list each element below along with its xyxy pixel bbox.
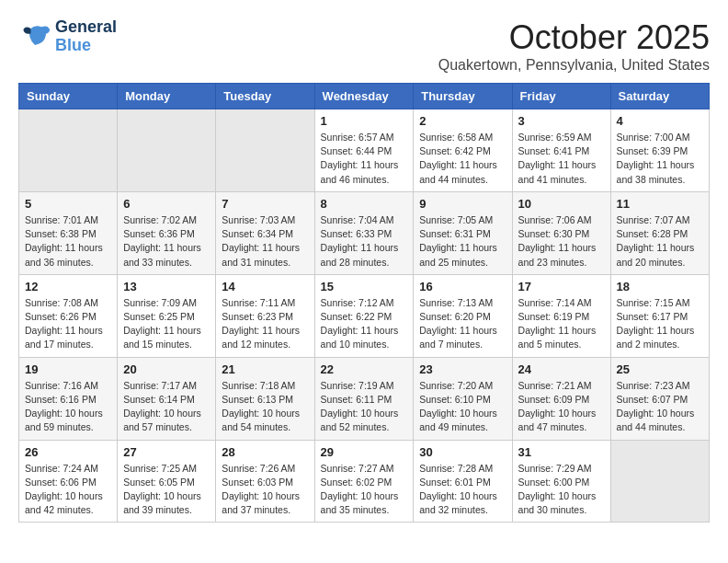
calendar-cell: 17Sunrise: 7:14 AM Sunset: 6:19 PM Dayli… bbox=[512, 274, 610, 357]
day-number: 4 bbox=[617, 114, 703, 128]
day-info: Sunrise: 6:57 AM Sunset: 6:44 PM Dayligh… bbox=[321, 131, 408, 187]
day-number: 13 bbox=[123, 280, 210, 293]
calendar-cell: 25Sunrise: 7:23 AM Sunset: 6:07 PM Dayli… bbox=[610, 357, 709, 440]
calendar-cell: 11Sunrise: 7:07 AM Sunset: 6:28 PM Dayli… bbox=[610, 191, 709, 274]
title-block: October 2025 Quakertown, Pennsylvania, U… bbox=[438, 18, 710, 74]
calendar-cell: 15Sunrise: 7:12 AM Sunset: 6:22 PM Dayli… bbox=[314, 274, 414, 357]
day-number: 2 bbox=[419, 114, 506, 128]
day-info: Sunrise: 7:27 AM Sunset: 6:02 PM Dayligh… bbox=[321, 462, 408, 518]
logo-general: General bbox=[55, 18, 117, 37]
calendar-cell: 16Sunrise: 7:13 AM Sunset: 6:20 PM Dayli… bbox=[414, 274, 512, 357]
day-number: 5 bbox=[25, 197, 111, 211]
day-number: 28 bbox=[222, 445, 308, 459]
day-info: Sunrise: 7:23 AM Sunset: 6:07 PM Dayligh… bbox=[617, 379, 703, 435]
col-thursday: Thursday bbox=[414, 84, 512, 109]
day-number: 26 bbox=[25, 445, 111, 459]
calendar-cell: 3Sunrise: 6:59 AM Sunset: 6:41 PM Daylig… bbox=[512, 109, 610, 192]
day-info: Sunrise: 7:17 AM Sunset: 6:14 PM Dayligh… bbox=[123, 379, 210, 435]
day-number: 14 bbox=[222, 280, 308, 293]
col-wednesday: Wednesday bbox=[314, 84, 414, 109]
logo: General Blue bbox=[18, 18, 117, 55]
day-info: Sunrise: 7:18 AM Sunset: 6:13 PM Dayligh… bbox=[222, 379, 308, 435]
calendar-cell: 6Sunrise: 7:02 AM Sunset: 6:36 PM Daylig… bbox=[118, 191, 216, 274]
calendar-table: Sunday Monday Tuesday Wednesday Thursday… bbox=[18, 83, 710, 523]
day-number: 17 bbox=[518, 280, 605, 293]
day-info: Sunrise: 6:58 AM Sunset: 6:42 PM Dayligh… bbox=[419, 131, 506, 187]
calendar-cell: 24Sunrise: 7:21 AM Sunset: 6:09 PM Dayli… bbox=[512, 357, 610, 440]
day-info: Sunrise: 7:11 AM Sunset: 6:23 PM Dayligh… bbox=[222, 296, 308, 352]
logo-blue: Blue bbox=[55, 37, 117, 55]
day-number: 23 bbox=[419, 362, 506, 376]
day-info: Sunrise: 7:21 AM Sunset: 6:09 PM Dayligh… bbox=[518, 379, 605, 435]
day-info: Sunrise: 7:07 AM Sunset: 6:28 PM Dayligh… bbox=[617, 213, 703, 270]
day-number: 3 bbox=[518, 114, 605, 128]
day-number: 31 bbox=[518, 445, 605, 459]
calendar-cell: 31Sunrise: 7:29 AM Sunset: 6:00 PM Dayli… bbox=[512, 440, 610, 523]
day-info: Sunrise: 7:16 AM Sunset: 6:16 PM Dayligh… bbox=[25, 379, 111, 435]
day-info: Sunrise: 7:12 AM Sunset: 6:22 PM Dayligh… bbox=[321, 296, 408, 352]
calendar-week-1: 1Sunrise: 6:57 AM Sunset: 6:44 PM Daylig… bbox=[19, 109, 710, 192]
calendar-cell: 2Sunrise: 6:58 AM Sunset: 6:42 PM Daylig… bbox=[414, 109, 512, 192]
day-info: Sunrise: 7:06 AM Sunset: 6:30 PM Dayligh… bbox=[518, 213, 605, 270]
day-info: Sunrise: 7:29 AM Sunset: 6:00 PM Dayligh… bbox=[518, 462, 605, 518]
day-info: Sunrise: 7:19 AM Sunset: 6:11 PM Dayligh… bbox=[321, 379, 408, 435]
day-number: 29 bbox=[321, 445, 408, 459]
calendar-header-row: Sunday Monday Tuesday Wednesday Thursday… bbox=[19, 84, 710, 109]
calendar-cell: 4Sunrise: 7:00 AM Sunset: 6:39 PM Daylig… bbox=[610, 109, 709, 192]
day-info: Sunrise: 7:09 AM Sunset: 6:25 PM Dayligh… bbox=[123, 296, 210, 352]
logo-text: General Blue bbox=[55, 18, 117, 55]
calendar-week-2: 5Sunrise: 7:01 AM Sunset: 6:38 PM Daylig… bbox=[19, 191, 710, 274]
calendar-week-3: 12Sunrise: 7:08 AM Sunset: 6:26 PM Dayli… bbox=[19, 274, 710, 357]
day-number: 12 bbox=[25, 280, 111, 293]
calendar-cell: 19Sunrise: 7:16 AM Sunset: 6:16 PM Dayli… bbox=[19, 357, 118, 440]
day-number: 27 bbox=[123, 445, 210, 459]
day-info: Sunrise: 7:20 AM Sunset: 6:10 PM Dayligh… bbox=[419, 379, 506, 435]
day-info: Sunrise: 7:00 AM Sunset: 6:39 PM Dayligh… bbox=[617, 131, 703, 187]
day-number: 10 bbox=[518, 197, 605, 211]
day-info: Sunrise: 7:02 AM Sunset: 6:36 PM Dayligh… bbox=[123, 213, 210, 270]
calendar-cell bbox=[118, 109, 216, 192]
calendar-cell: 7Sunrise: 7:03 AM Sunset: 6:34 PM Daylig… bbox=[216, 191, 314, 274]
calendar-cell: 28Sunrise: 7:26 AM Sunset: 6:03 PM Dayli… bbox=[216, 440, 314, 523]
calendar-cell: 21Sunrise: 7:18 AM Sunset: 6:13 PM Dayli… bbox=[216, 357, 314, 440]
day-info: Sunrise: 7:24 AM Sunset: 6:06 PM Dayligh… bbox=[25, 462, 111, 518]
calendar-cell: 27Sunrise: 7:25 AM Sunset: 6:05 PM Dayli… bbox=[118, 440, 216, 523]
day-info: Sunrise: 7:05 AM Sunset: 6:31 PM Dayligh… bbox=[419, 213, 506, 270]
calendar-cell: 18Sunrise: 7:15 AM Sunset: 6:17 PM Dayli… bbox=[610, 274, 709, 357]
day-info: Sunrise: 7:14 AM Sunset: 6:19 PM Dayligh… bbox=[518, 296, 605, 352]
day-number: 20 bbox=[123, 362, 210, 376]
calendar-cell: 5Sunrise: 7:01 AM Sunset: 6:38 PM Daylig… bbox=[19, 191, 118, 274]
calendar-cell: 13Sunrise: 7:09 AM Sunset: 6:25 PM Dayli… bbox=[118, 274, 216, 357]
calendar-cell bbox=[216, 109, 314, 192]
calendar-cell bbox=[610, 440, 709, 523]
day-number: 18 bbox=[617, 280, 703, 293]
day-info: Sunrise: 6:59 AM Sunset: 6:41 PM Dayligh… bbox=[518, 131, 605, 187]
day-info: Sunrise: 7:13 AM Sunset: 6:20 PM Dayligh… bbox=[419, 296, 506, 352]
calendar-cell: 23Sunrise: 7:20 AM Sunset: 6:10 PM Dayli… bbox=[414, 357, 512, 440]
calendar-cell: 22Sunrise: 7:19 AM Sunset: 6:11 PM Dayli… bbox=[314, 357, 414, 440]
logo-icon bbox=[18, 20, 51, 53]
calendar-cell: 1Sunrise: 6:57 AM Sunset: 6:44 PM Daylig… bbox=[314, 109, 414, 192]
day-number: 8 bbox=[321, 197, 408, 211]
col-sunday: Sunday bbox=[19, 84, 118, 109]
day-number: 7 bbox=[222, 197, 308, 211]
day-info: Sunrise: 7:28 AM Sunset: 6:01 PM Dayligh… bbox=[419, 462, 506, 518]
calendar-cell bbox=[19, 109, 118, 192]
day-info: Sunrise: 7:03 AM Sunset: 6:34 PM Dayligh… bbox=[222, 213, 308, 270]
calendar-cell: 26Sunrise: 7:24 AM Sunset: 6:06 PM Dayli… bbox=[19, 440, 118, 523]
calendar-week-4: 19Sunrise: 7:16 AM Sunset: 6:16 PM Dayli… bbox=[19, 357, 710, 440]
calendar-cell: 30Sunrise: 7:28 AM Sunset: 6:01 PM Dayli… bbox=[414, 440, 512, 523]
col-saturday: Saturday bbox=[610, 84, 709, 109]
col-tuesday: Tuesday bbox=[216, 84, 314, 109]
day-info: Sunrise: 7:26 AM Sunset: 6:03 PM Dayligh… bbox=[222, 462, 308, 518]
day-number: 15 bbox=[321, 280, 408, 293]
calendar-cell: 14Sunrise: 7:11 AM Sunset: 6:23 PM Dayli… bbox=[216, 274, 314, 357]
day-number: 6 bbox=[123, 197, 210, 211]
month-title: October 2025 bbox=[438, 18, 710, 57]
calendar-cell: 20Sunrise: 7:17 AM Sunset: 6:14 PM Dayli… bbox=[118, 357, 216, 440]
day-number: 21 bbox=[222, 362, 308, 376]
calendar-cell: 8Sunrise: 7:04 AM Sunset: 6:33 PM Daylig… bbox=[314, 191, 414, 274]
day-number: 30 bbox=[419, 445, 506, 459]
day-number: 16 bbox=[419, 280, 506, 293]
page-header: General Blue October 2025 Quakertown, Pe… bbox=[18, 18, 710, 74]
